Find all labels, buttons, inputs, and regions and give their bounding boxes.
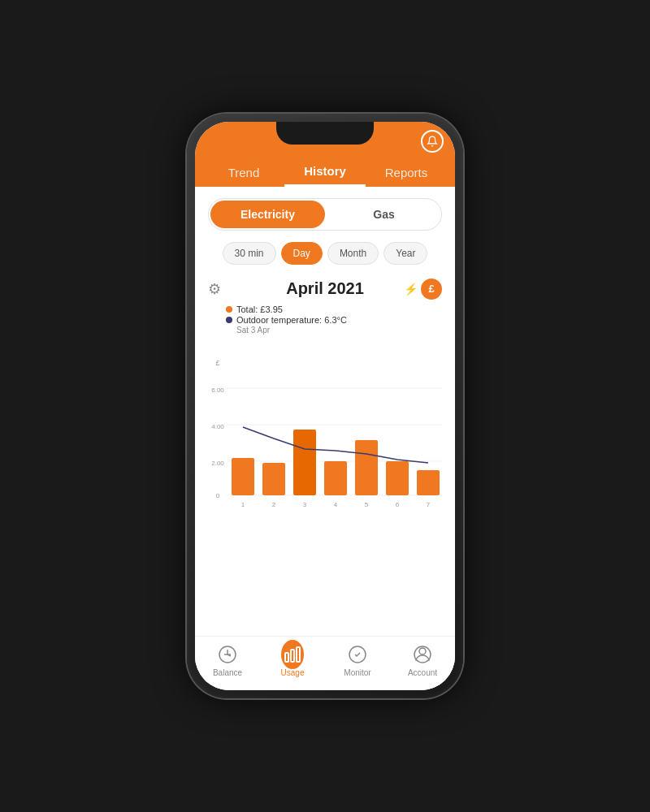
usage-circle: [281, 640, 304, 669]
pound-button[interactable]: £: [421, 279, 442, 300]
toggle-pill: Electricity Gas: [208, 198, 442, 231]
electricity-toggle[interactable]: Electricity: [210, 201, 325, 228]
account-label: Account: [408, 668, 437, 677]
svg-text:2: 2: [272, 501, 276, 508]
filter-year[interactable]: Year: [384, 242, 427, 265]
chart-legend: Total: £3.95 Outdoor temperature: 6.3°C …: [203, 301, 447, 339]
temp-label: Outdoor temperature: 6.3°C: [236, 315, 347, 325]
bar-7: [417, 470, 440, 495]
bar-6: [386, 461, 409, 495]
tab-trend[interactable]: Trend: [203, 166, 284, 186]
bar-2: [262, 463, 285, 495]
nav-account[interactable]: Account: [390, 643, 455, 677]
legend-date: Sat 3 Apr: [236, 326, 434, 335]
svg-text:0: 0: [216, 492, 220, 499]
settings-icon[interactable]: ⚙: [208, 280, 221, 298]
usage-icon: [281, 643, 304, 666]
svg-text:4.00: 4.00: [211, 423, 224, 430]
total-dot: [226, 306, 232, 313]
main-content: Electricity Gas 30 min Day Month Year ⚙ …: [195, 187, 455, 690]
legend-temp: Outdoor temperature: 6.3°C: [226, 315, 434, 325]
monitor-label: Monitor: [344, 668, 370, 677]
temp-dot: [226, 317, 232, 323]
filter-month[interactable]: Month: [327, 242, 379, 265]
nav-balance[interactable]: Balance: [195, 643, 260, 677]
nav-monitor[interactable]: Monitor: [325, 643, 390, 677]
current-date: April 2021: [286, 279, 364, 298]
svg-text:5: 5: [365, 501, 369, 508]
bell-icon: [421, 130, 444, 153]
nav-usage[interactable]: Usage: [260, 643, 325, 677]
temperature-line: [243, 427, 428, 463]
bar-chart: £ 6.00 4.00 2.00 0: [203, 339, 447, 518]
svg-text:2.00: 2.00: [211, 460, 224, 467]
monitor-icon: [346, 643, 369, 666]
bar-5: [355, 440, 378, 495]
chart-svg-container: £ 6.00 4.00 2.00 0: [203, 339, 447, 518]
date-row: ⚙ April 2021 ⚡ £: [195, 273, 455, 301]
energy-type-toggle: Electricity Gas: [195, 187, 455, 237]
usage-label: Usage: [281, 668, 305, 677]
nav-tabs: Trend History Reports: [195, 158, 455, 187]
bar-4: [324, 461, 347, 495]
svg-text:£: £: [215, 359, 219, 367]
filter-30min[interactable]: 30 min: [223, 242, 276, 265]
balance-label: Balance: [213, 668, 242, 677]
bar-1: [232, 458, 254, 495]
bolt-icon: ⚡: [404, 283, 418, 296]
legend-total: Total: £3.95: [226, 304, 434, 314]
filter-day[interactable]: Day: [281, 242, 323, 265]
account-icon: [411, 643, 434, 666]
tab-reports[interactable]: Reports: [366, 166, 447, 186]
svg-point-21: [419, 648, 426, 654]
phone-frame: Trend History Reports Electricity Gas 30…: [187, 114, 463, 698]
tab-history[interactable]: History: [284, 164, 366, 187]
phone-screen: Trend History Reports Electricity Gas 30…: [195, 122, 455, 690]
total-label: Total: £3.95: [236, 304, 283, 314]
notch: [276, 122, 374, 145]
balance-icon: [216, 643, 239, 666]
notification-bell[interactable]: [421, 130, 444, 153]
gas-toggle[interactable]: Gas: [327, 199, 441, 230]
svg-rect-19: [291, 650, 294, 662]
bar-3: [293, 430, 316, 495]
svg-text:4: 4: [334, 501, 338, 508]
svg-text:6: 6: [396, 501, 400, 508]
bottom-navigation: Balance Usage: [195, 636, 455, 690]
svg-rect-20: [297, 647, 300, 662]
time-filter: 30 min Day Month Year: [195, 237, 455, 273]
svg-rect-18: [285, 653, 288, 662]
chart-area: Total: £3.95 Outdoor temperature: 6.3°C …: [195, 301, 455, 636]
currency-icons: ⚡ £: [404, 279, 442, 300]
svg-text:7: 7: [427, 501, 431, 508]
svg-text:6.00: 6.00: [211, 387, 224, 394]
svg-text:1: 1: [241, 501, 245, 508]
svg-text:3: 3: [303, 501, 307, 508]
